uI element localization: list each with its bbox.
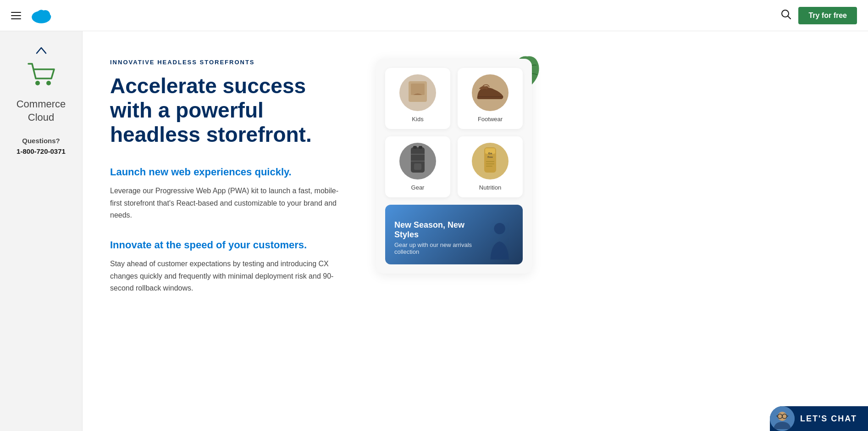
product-label-nutrition: Nutrition [479, 184, 501, 191]
site-header: Try for free [0, 0, 868, 31]
section-label: INNOVATIVE HEADLESS STOREFRONTS [110, 59, 348, 66]
svg-rect-12 [413, 146, 417, 149]
svg-text:Brew: Brew [487, 156, 493, 158]
product-image-nutrition: Go Brew [472, 143, 509, 179]
svg-rect-21 [486, 161, 494, 162]
svg-text:Go: Go [488, 152, 492, 155]
product-card-footwear[interactable]: Footwear [458, 68, 523, 129]
chat-label: LET'S CHAT [800, 414, 857, 424]
svg-point-6 [35, 81, 40, 85]
try-free-button[interactable]: Try for free [798, 7, 857, 24]
product-card-kids[interactable]: Kids [385, 68, 450, 129]
main-heading: Accelerate success with a powerful headl… [110, 74, 348, 147]
block1-heading: Launch new web experiences quickly. [110, 165, 348, 179]
cart-icon [27, 62, 56, 91]
sidebar-product-name: Commerce Cloud [9, 98, 73, 124]
svg-rect-13 [419, 146, 422, 149]
svg-rect-22 [486, 163, 494, 164]
banner-subtitle: Gear up with our new arrivals collection [394, 241, 486, 255]
salesforce-logo[interactable] [30, 8, 52, 23]
svg-line-31 [787, 416, 788, 416]
banner-card: New Season, New Styles Gear up with our … [385, 205, 523, 264]
product-image-gear [399, 143, 436, 179]
banner-title: New Season, New Styles [394, 220, 486, 240]
storefront-mockup: Kids Footwear [376, 59, 532, 274]
svg-rect-16 [414, 163, 421, 170]
content-right: Kids Footwear [376, 59, 532, 413]
product-label-kids: Kids [412, 116, 423, 123]
chat-avatar [770, 406, 795, 431]
svg-point-7 [46, 81, 51, 85]
block2-heading: Innovate at the speed of your customers. [110, 238, 348, 252]
sidebar-questions-label: Questions? [22, 137, 60, 145]
search-icon [781, 9, 791, 19]
svg-rect-10 [411, 84, 425, 95]
svg-line-30 [776, 416, 778, 416]
header-left [11, 8, 52, 23]
content-left: INNOVATIVE HEADLESS STOREFRONTS Accelera… [110, 59, 348, 413]
product-label-footwear: Footwear [478, 116, 503, 123]
chat-widget[interactable]: LET'S CHAT [770, 406, 868, 431]
block1-body: Leverage our Progressive Web App (PWA) k… [110, 185, 348, 221]
block2-body: Stay ahead of customer expectations by t… [110, 258, 348, 294]
svg-line-5 [788, 16, 791, 19]
product-card-nutrition[interactable]: Go Brew Nutrition [458, 136, 523, 197]
product-image-footwear [472, 74, 509, 111]
sidebar-phone-number[interactable]: 1-800-720-0371 [17, 147, 66, 155]
product-grid: Kids Footwear [385, 68, 523, 197]
product-card-gear[interactable]: Gear [385, 136, 450, 197]
sidebar-chevron-up[interactable] [36, 46, 47, 56]
page-body: Commerce Cloud Questions? 1-800-720-0371… [0, 31, 868, 431]
header-right: Try for free [781, 7, 857, 24]
product-label-gear: Gear [411, 184, 425, 191]
main-content: INNOVATIVE HEADLESS STOREFRONTS Accelera… [83, 31, 868, 431]
product-image-kids [399, 74, 436, 111]
svg-rect-23 [486, 166, 492, 167]
svg-point-24 [494, 223, 505, 235]
search-button[interactable] [781, 9, 791, 22]
sidebar: Commerce Cloud Questions? 1-800-720-0371 [0, 31, 83, 431]
hamburger-menu[interactable] [11, 12, 21, 19]
